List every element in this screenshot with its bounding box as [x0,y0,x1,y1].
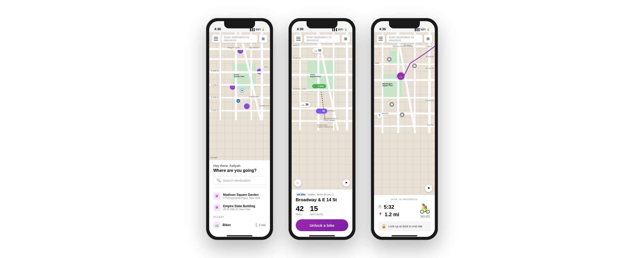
destination-search-1[interactable]: 🔍 Search destination [213,176,266,185]
status-icons-2: ▐▐▐ WiFi 🔋 [332,28,347,31]
svg-rect-6 [219,33,221,120]
map-flag-button-3[interactable]: ⚑ [425,185,432,192]
unlock-bike-button[interactable]: Unlock a bike [296,219,348,231]
ride-distance-stat: 📍 1.2 mi [378,212,399,217]
map-label-8th: 8 Street M [426,100,434,101]
ride-distance-value: 1.2 mi [385,212,399,217]
svg-rect-31 [428,33,431,133]
bike-illustration: 🚴 [419,203,431,214]
svg-line-32 [397,33,415,133]
station-meta: Station · $3 for 30 min ⓘ [308,193,334,196]
status-time-2: 4:30 [297,27,303,31]
status-icons-1: ▐▐▐ WiFi 🔋 [249,28,265,31]
location-name-2: Empire State Building [223,204,266,208]
map-search-bar-2: Enter destination for directions ⊞ [294,35,350,43]
bike-icon-circle: 🚲 [213,221,221,229]
qr-button-2[interactable]: ⊞ [342,35,350,43]
menu-line [214,37,218,37]
current-location-1 [240,88,245,93]
map-question-button-3[interactable]: ? [377,112,382,118]
menu-button-3[interactable] [377,35,385,43]
status-time-1: 4:30 [214,27,221,31]
nearby-bikes-label: Bikes [223,223,231,227]
ride-in-progress-label: RIDE IN PROGRESS [378,198,431,201]
lock-notice: 🔒 Lock up at dock to end ride [378,221,431,231]
map-label-parsons: Parsons School of Design [393,45,413,47]
station-marker-3[interactable]: 🅿 [389,102,394,107]
notch-2 [307,21,337,28]
map-label-wash-sq: WashingtonSquare Park [382,83,393,86]
qr-button-3[interactable]: ⊞ [424,35,432,43]
home-bar-1 [227,235,252,236]
time-bubble-2min: 🚶 2 min [312,84,326,88]
location-item-msg[interactable]: 🏛 Madison Square Garden 4 Pennsylvania P… [213,190,266,202]
home-indicator-3 [374,235,435,237]
map-label-flight: Flight C... [426,45,434,47]
green-dot-2 [419,70,421,72]
notch-1 [224,21,255,28]
menu-line [379,40,383,41]
svg-rect-9 [261,33,263,120]
map-search-input-3[interactable]: Enter destination for directions [386,35,422,43]
stat-bikes: 42 bikes [296,205,304,216]
station-stats: 42 bikes 15 open docks [296,205,348,216]
map-label-james: James F... [293,44,301,46]
ride-time-value: 5:32 [384,204,394,210]
location-item-esb[interactable]: 🏛 Empire State Building 20 W 34th St, Ne… [213,202,266,213]
map-area-3[interactable]: WashingtonSquare Park 9th Street W 12th … [374,33,435,195]
home-bar-2 [309,235,335,236]
nearby-label: NEARBY [213,216,266,218]
map-label-union-sq-2: UnionSquare Park [310,74,321,77]
menu-line [296,37,300,37]
menu-line [379,37,383,37]
map-area-2[interactable]: UnionSquare Park James F... W 16th St 14… [292,33,352,190]
map-label-bobo: bobo [375,62,379,64]
phone-3: 4:36 ▐▐▐ WiFi 🔋 [371,18,438,240]
station-bubble-42-selected[interactable]: 🚲 42 [316,109,327,114]
station-bubble-52[interactable]: 🚲 52 [312,48,323,53]
status-time-3: 4:36 [379,27,386,31]
location-name-1: Madison Square Garden [223,193,266,197]
ride-time-stat: ⏱ 5:32 [378,204,399,210]
location-icon-msg: 🏛 [213,192,221,200]
menu-line [379,38,383,39]
phone-2: 4:30 ▐▐▐ WiFi 🔋 [289,18,355,240]
map-search-input-2[interactable]: Enter destination for directions [304,35,340,43]
nearby-item-bikes[interactable]: 🚲 Bikes 🚶 2 min [213,220,266,230]
map-label-union-sq: UnionSquare Park [234,74,244,77]
qr-button-1[interactable]: ⊞ [259,35,267,43]
map-label-irving: Irving Plaza [249,96,259,98]
home-indicator-1 [209,235,270,237]
map-label-11th: W 11th St [426,67,434,69]
map-area-1[interactable]: UnionSquare Park E 16th St E 15th St E 1… [209,33,270,160]
map-flag-button-2[interactable]: ⚑ [343,179,350,187]
map-label-3ave: 3 Avenue M [259,105,269,107]
phones-container: 4:30 ▐▐▐ WiFi 🔋 [206,18,438,240]
map-back-button-2[interactable]: ← [294,179,301,187]
menu-line [296,38,300,39]
phone-1: 4:30 ▐▐▐ WiFi 🔋 [206,18,273,240]
ride-stats: ⏱ 5:32 📍 1.2 mi 🚴 143-523 [378,203,431,218]
station-bubble-30[interactable]: 🚲 30 [299,102,310,107]
nearby-bikes-time: 🚶 2 min [255,223,266,227]
menu-button-2[interactable] [294,35,302,43]
station-marker-4[interactable]: 🅿 [400,112,404,117]
google-watermark: Google [211,156,217,159]
green-dot-1 [379,52,381,54]
map-label-14st: 14 Street - Union [293,88,306,90]
station-marker-2[interactable]: 🅿 [412,63,417,68]
map-label-w16: W 16th St [293,57,301,59]
location-addr-1: 4 Pennsylvania Plaza, New York [223,197,266,199]
destination-placeholder: Search destination [223,179,251,182]
map-search-input-1[interactable]: Enter destination for directions [222,35,258,43]
greeting-question: Where are you going? [213,168,266,173]
status-icons-3: ▐▐▐ WiFi 🔋 [414,28,430,31]
location-icon-esb: 🏛 [213,204,221,211]
map-label-nordstrom: Nordstrom RackUnion Square [324,118,337,121]
station-marker-1[interactable]: 🅿 [387,57,392,62]
svg-rect-17 [299,33,301,131]
svg-rect-18 [317,33,319,131]
map-search-bar-1: Enter destination for directions ⊞ [212,35,267,43]
menu-button-1[interactable] [212,35,220,43]
home-indicator-2 [292,235,352,237]
